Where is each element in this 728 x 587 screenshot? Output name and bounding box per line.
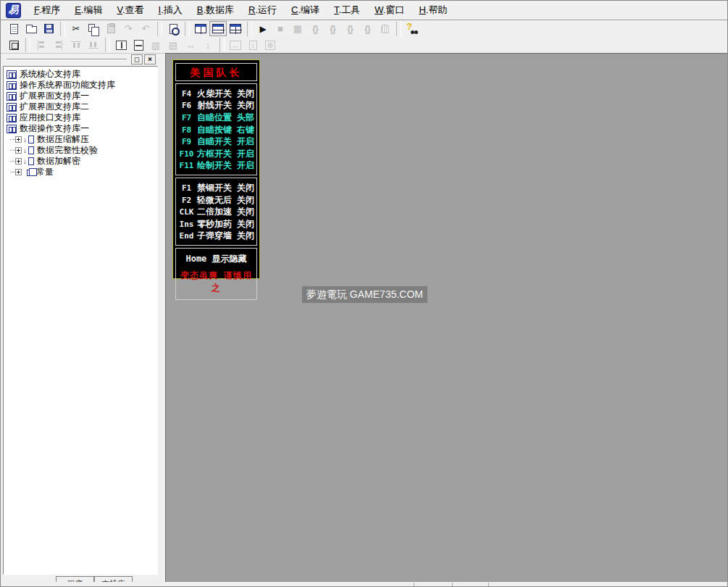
panel-float-button[interactable]: □: [131, 54, 143, 64]
status-divider: [488, 583, 489, 586]
paste-icon[interactable]: [102, 21, 120, 36]
menu-item-edit[interactable]: E.编辑: [67, 1, 109, 19]
hotkey-label: F6: [176, 101, 197, 110]
save-icon[interactable]: [40, 21, 57, 36]
run-to-cursor-icon[interactable]: {}: [359, 21, 376, 36]
menu-item-view[interactable]: V.查看: [109, 1, 151, 19]
feature-label: 绘制开关: [197, 159, 233, 172]
hotkey-row-f2: F2 轻微无后 关闭: [176, 194, 256, 207]
align-top-icon[interactable]: [67, 38, 85, 53]
support-library-panel: □ × 系统核心支持库 操作系统界面功能支持库: [2, 54, 159, 583]
redo-icon[interactable]: ↷: [120, 21, 137, 36]
form-designer-icon[interactable]: [5, 38, 22, 53]
feature-label: 自瞄开关: [197, 136, 233, 148]
panel-header[interactable]: □ ×: [2, 54, 159, 66]
center-horizontal-icon[interactable]: [112, 38, 130, 53]
separator: [157, 22, 162, 36]
menu-item-help[interactable]: H.帮助: [411, 1, 454, 19]
feature-state: 关闭: [233, 206, 254, 218]
feature-label: 自瞄位置: [197, 112, 233, 124]
tree-item-api-lib[interactable]: 应用接口支持库: [5, 112, 156, 123]
new-file-icon[interactable]: [5, 21, 22, 36]
module-icon: [24, 136, 34, 143]
undo-icon[interactable]: ↶: [137, 21, 154, 36]
same-height-icon[interactable]: ▤: [164, 38, 182, 53]
hotkey-row-f8: F8 自瞄按键 右键: [176, 124, 256, 136]
module-icon: [24, 146, 34, 154]
cut-icon[interactable]: ✂: [67, 21, 85, 36]
window-layout-horizontal-icon[interactable]: [209, 21, 227, 36]
toolbar-standard: ✂ ↷ ↶ ▶ ■ ▦ {}: [1, 20, 727, 37]
feature-label: 禁锢开关: [197, 182, 233, 194]
menu-item-program[interactable]: F.程序: [27, 1, 67, 19]
separator: [25, 38, 30, 52]
tree-item-ext-ui-lib-2[interactable]: 扩展界面支持库二: [5, 101, 156, 112]
status-divider: [414, 583, 414, 586]
align-left-icon[interactable]: [33, 38, 50, 53]
expand-plus-icon[interactable]: [15, 158, 22, 165]
help-find-icon[interactable]: [403, 21, 421, 36]
view-code-icon[interactable]: [164, 21, 182, 36]
tree-item-data-op-lib-1[interactable]: 数据操作支持库一: [5, 123, 156, 134]
align-right-icon[interactable]: [50, 38, 67, 53]
panel-grip[interactable]: [7, 59, 127, 61]
menu-item-compile[interactable]: C.编译: [284, 1, 327, 19]
space-vertical-icon[interactable]: ↕: [199, 38, 217, 53]
tree-item-label: 常量: [36, 166, 54, 178]
feature-state: 开启: [233, 136, 254, 148]
menu-item-run[interactable]: R.运行: [241, 1, 284, 19]
tree-item-data-crypto[interactable]: 数据加解密: [5, 156, 156, 167]
feature-label: 子弹穿墙: [197, 230, 233, 242]
constants-icon: [24, 168, 33, 176]
expand-plus-icon[interactable]: [15, 136, 22, 143]
run-icon[interactable]: ▶: [254, 21, 272, 36]
step-over-icon[interactable]: {}: [324, 21, 341, 36]
step-out-icon[interactable]: {}: [341, 21, 359, 36]
hotkey-row-f1: F1 禁锢开关 关闭: [176, 182, 256, 194]
fit-height-icon[interactable]: ↕: [244, 38, 262, 53]
menu-item-window[interactable]: W.窗口: [367, 1, 411, 19]
tree-item-data-integrity[interactable]: 数据完整性校验: [5, 145, 156, 156]
align-bottom-icon[interactable]: [85, 38, 102, 53]
menu-item-insert[interactable]: I.插入: [151, 1, 190, 19]
menu-item-tools[interactable]: T.工具: [327, 1, 367, 19]
open-file-icon[interactable]: [22, 21, 40, 36]
expand-plus-icon[interactable]: [15, 169, 22, 175]
same-width-icon[interactable]: ▥: [147, 38, 164, 53]
hotkey-label: F11: [176, 161, 197, 170]
tree-item-data-compress[interactable]: 数据压缩解压: [5, 134, 156, 145]
feature-state: 开启: [233, 159, 254, 172]
space-horizontal-icon[interactable]: ↔: [182, 38, 199, 53]
watermark: 夢遊電玩 GAME735.COM: [302, 286, 427, 303]
mdi-workspace: 美国队长 F4 火柴开关 关闭 F6 射线开关 关闭: [165, 53, 728, 583]
feature-state: 头部: [233, 112, 254, 124]
window-layout-vertical-icon[interactable]: [192, 21, 209, 36]
fit-width-icon[interactable]: ↔: [227, 38, 244, 53]
module-icon: [24, 157, 34, 165]
expand-plus-icon[interactable]: [15, 147, 22, 154]
feature-state: 右键: [233, 124, 254, 136]
center-vertical-icon[interactable]: [130, 38, 147, 53]
library-icon: [7, 92, 17, 101]
menu-item-database[interactable]: B.数据库: [190, 1, 241, 19]
tree-item-ext-ui-lib-1[interactable]: 扩展界面支持库一: [5, 91, 156, 101]
tree-item-system-core-lib[interactable]: 系统核心支持库: [5, 69, 156, 80]
copy-icon[interactable]: [85, 21, 102, 36]
panel-close-button[interactable]: ×: [144, 54, 156, 64]
separator: [185, 22, 190, 36]
tree-item-constants[interactable]: 常量: [5, 167, 156, 178]
window-layout-grid-icon[interactable]: [227, 21, 244, 36]
separator: [219, 38, 225, 52]
pause-icon[interactable]: [376, 21, 393, 36]
debug-window-icon[interactable]: ▦: [289, 21, 306, 36]
library-icon: [7, 70, 17, 79]
stop-icon[interactable]: ■: [272, 21, 289, 36]
tree-item-os-ui-lib[interactable]: 操作系统界面功能支持库: [5, 80, 156, 91]
feature-state: 关闭: [233, 88, 254, 100]
fit-both-icon[interactable]: ⊕: [262, 38, 279, 53]
step-into-icon[interactable]: {}: [306, 21, 324, 36]
tree-connector: [10, 139, 15, 140]
hotkey-label: CLK: [176, 207, 197, 217]
separator: [247, 22, 252, 36]
status-strip: [1, 582, 727, 586]
